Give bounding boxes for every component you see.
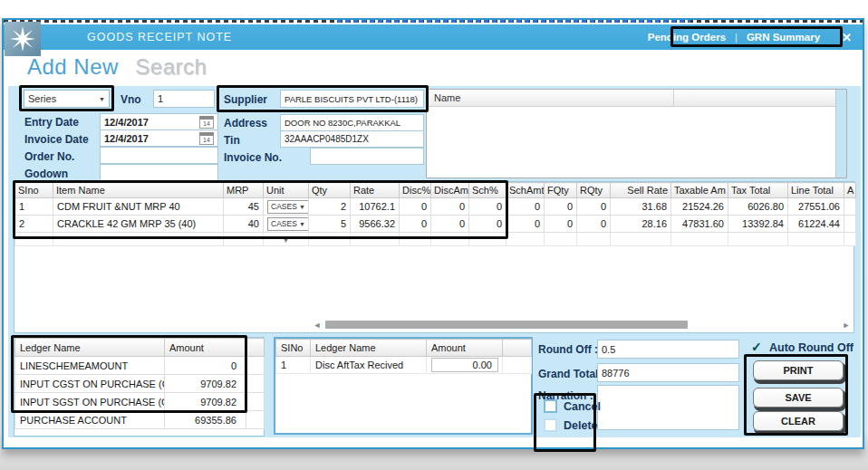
cell-slno[interactable]: 2 bbox=[15, 216, 53, 233]
cell-fqty[interactable]: 0 bbox=[545, 198, 577, 216]
pending-orders-link[interactable]: Pending Orders bbox=[648, 32, 726, 43]
cell-mrp[interactable]: 45 bbox=[224, 198, 264, 216]
series-select[interactable]: Series ▼ bbox=[24, 90, 110, 108]
cell-rate[interactable]: 9566.32 bbox=[351, 216, 400, 233]
cell-sch-amt[interactable]: 0 bbox=[506, 216, 545, 233]
ledger-grid: Ledger Name Amount LINESCHEMEAMOUNT 0 IN… bbox=[14, 337, 265, 436]
titlebar-links: Pending Orders | GRN Summary ✕ bbox=[648, 24, 857, 50]
cell-rate[interactable]: 10762.1 bbox=[351, 198, 400, 216]
invoice-no-input[interactable] bbox=[310, 148, 424, 165]
ledger-amount[interactable]: 9709.82 bbox=[165, 393, 246, 411]
ledger-name[interactable]: INPUT SGST ON PURCHASE (GST bbox=[15, 393, 165, 411]
cell-taxable[interactable]: 21524.26 bbox=[671, 198, 728, 216]
cell-extra bbox=[246, 375, 265, 393]
cell-tax-total[interactable]: 6026.80 bbox=[728, 198, 788, 216]
cell-disc-pct[interactable] bbox=[400, 233, 431, 246]
godown-input[interactable] bbox=[100, 164, 218, 181]
unit-dropdown[interactable]: CASES ▼ bbox=[267, 200, 309, 214]
clear-button[interactable]: CLEAR bbox=[753, 411, 844, 431]
print-button[interactable]: PRINT bbox=[753, 360, 844, 380]
narration-textarea[interactable] bbox=[597, 385, 739, 430]
cell-fqty[interactable] bbox=[545, 233, 577, 246]
cell-rate[interactable] bbox=[351, 233, 400, 246]
aftertax-slno[interactable]: 1 bbox=[276, 357, 311, 374]
save-button[interactable]: SAVE bbox=[753, 388, 844, 408]
cell-sch-pct[interactable]: 0 bbox=[469, 216, 506, 233]
close-icon[interactable]: ✕ bbox=[842, 31, 852, 44]
scroll-right-icon[interactable]: ► bbox=[840, 321, 853, 330]
cell-line-total[interactable]: 27551.06 bbox=[788, 198, 844, 216]
cell-rqty[interactable]: 0 bbox=[577, 216, 611, 233]
cell-tax-total[interactable]: 13392.84 bbox=[728, 216, 788, 233]
calendar-icon[interactable]: 14 bbox=[199, 116, 214, 129]
col-amount: Amount bbox=[427, 340, 503, 357]
cell-taxable[interactable]: 47831.60 bbox=[671, 216, 728, 233]
name-grid-scrollbar[interactable] bbox=[835, 90, 846, 177]
grn-summary-link[interactable]: GRN Summary bbox=[747, 32, 820, 43]
ledger-amount[interactable]: 69355.86 bbox=[165, 411, 246, 429]
calendar-icon[interactable]: 14 bbox=[199, 132, 214, 145]
aftertax-amount-cell: 0.00 bbox=[427, 357, 503, 374]
ledger-name[interactable]: LINESCHEMEAMOUNT bbox=[15, 357, 165, 375]
aftertax-amount[interactable]: 0.00 bbox=[431, 358, 498, 372]
cell-qty[interactable]: 5 bbox=[309, 216, 351, 233]
cell-slno[interactable] bbox=[15, 233, 53, 246]
cell-line-total[interactable]: 61224.44 bbox=[788, 216, 844, 233]
cell-sell-rate[interactable] bbox=[611, 233, 671, 246]
cell-disc-pct[interactable]: 0 bbox=[400, 198, 431, 216]
grand-total-input[interactable] bbox=[597, 363, 739, 382]
ledger-name[interactable]: INPUT CGST ON PURCHASE (GST bbox=[15, 375, 165, 393]
tin-input[interactable] bbox=[280, 130, 424, 148]
tab-add-new[interactable]: Add New bbox=[27, 54, 119, 79]
cell-disc-amt[interactable]: 0 bbox=[431, 216, 469, 233]
ledger-amount[interactable]: 9709.82 bbox=[165, 375, 246, 393]
supplier-input[interactable] bbox=[280, 90, 424, 108]
scrollbar-thumb[interactable] bbox=[325, 321, 688, 329]
cell-sell-rate[interactable]: 31.68 bbox=[611, 198, 671, 216]
scroll-left-icon[interactable]: ◄ bbox=[311, 321, 323, 330]
cell-disc-amt[interactable] bbox=[431, 233, 469, 246]
cell-disc-amt[interactable]: 0 bbox=[431, 198, 469, 216]
cancel-checkbox-label: Cancel bbox=[564, 400, 601, 413]
cell-tax-total[interactable] bbox=[728, 233, 788, 246]
vno-input[interactable] bbox=[153, 90, 215, 108]
chevron-down-icon: ▼ bbox=[283, 237, 289, 244]
cell-sch-pct[interactable]: 0 bbox=[469, 198, 506, 216]
cell-taxable[interactable] bbox=[671, 233, 728, 246]
cell-fqty[interactable]: 0 bbox=[545, 216, 577, 233]
tab-search[interactable]: Search bbox=[135, 54, 207, 79]
cell-line-total[interactable] bbox=[788, 233, 844, 246]
cell-mrp[interactable] bbox=[224, 233, 264, 246]
cell-slno[interactable]: 1 bbox=[15, 198, 53, 216]
col-rqty: RQty bbox=[577, 183, 611, 198]
entry-date-input[interactable]: 12/4/2017 14 bbox=[100, 113, 218, 130]
cell-disc-pct[interactable]: 0 bbox=[400, 216, 431, 233]
cell-qty[interactable]: 2 bbox=[309, 198, 351, 216]
cell-sch-amt[interactable]: 0 bbox=[506, 198, 545, 216]
item-row-1: 1 CDM FRUIT &NUT MRP 40 45 CASES ▼ 2 107… bbox=[15, 198, 856, 216]
ledger-name[interactable]: PURCHASE ACCOUNT bbox=[15, 411, 165, 429]
delete-checkbox[interactable] bbox=[544, 418, 557, 432]
order-no-input[interactable] bbox=[100, 147, 218, 164]
window-title: GOODS RECEIPT NOTE bbox=[87, 31, 232, 43]
cancel-checkbox[interactable] bbox=[544, 399, 557, 413]
cell-sch-amt[interactable] bbox=[506, 233, 545, 246]
cell-unit[interactable]: ▼ bbox=[264, 233, 309, 246]
cell-sell-rate[interactable]: 28.16 bbox=[611, 216, 671, 233]
invoice-date-input[interactable]: 12/4/2017 14 bbox=[100, 129, 218, 147]
unit-dropdown[interactable]: CASES ▼ bbox=[267, 217, 309, 231]
ledger-amount[interactable]: 0 bbox=[165, 357, 246, 375]
auto-round-off-check-icon[interactable]: ✓ bbox=[751, 340, 762, 354]
cell-item-name[interactable]: CDM FRUIT &NUT MRP 40 bbox=[53, 198, 224, 216]
cell-qty[interactable] bbox=[309, 233, 351, 246]
address-input[interactable] bbox=[280, 114, 424, 131]
cell-item-name[interactable]: CRACKLE 42 GM MRP 35 (40) bbox=[53, 216, 224, 233]
cell-item-name[interactable] bbox=[53, 233, 224, 246]
round-off-input[interactable] bbox=[597, 340, 739, 359]
cell-sch-pct[interactable] bbox=[469, 233, 506, 246]
aftertax-ledger-name[interactable]: Disc AftTax Recived bbox=[311, 357, 427, 374]
col-fqty: FQty bbox=[545, 183, 577, 198]
cell-mrp[interactable]: 40 bbox=[224, 216, 264, 233]
cell-rqty[interactable] bbox=[577, 233, 611, 246]
cell-rqty[interactable]: 0 bbox=[577, 198, 611, 216]
